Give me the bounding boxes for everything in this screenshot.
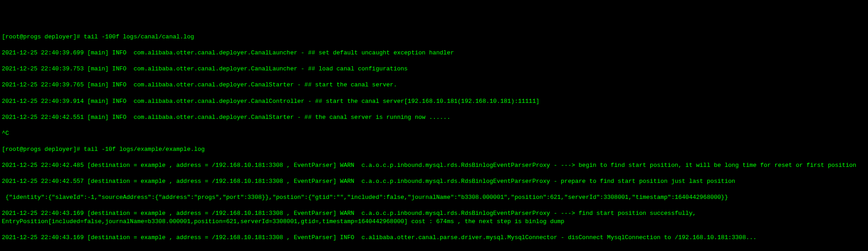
log-line: 2021-12-25 22:40:39.914 [main] INFO com.… bbox=[2, 97, 866, 106]
ctrl-c-interrupt: ^C bbox=[2, 129, 866, 138]
log-line: 2021-12-25 22:40:39.765 [main] INFO com.… bbox=[2, 81, 866, 89]
log-line: 2021-12-25 22:40:39.699 [main] INFO com.… bbox=[2, 49, 866, 57]
log-line: {"identity":{"slaveId":-1,"sourceAddress… bbox=[2, 193, 866, 202]
log-line: 2021-12-25 22:40:42.551 [main] INFO com.… bbox=[2, 113, 866, 122]
log-line: 2021-12-25 22:40:39.753 [main] INFO com.… bbox=[2, 65, 866, 73]
log-line: 2021-12-25 22:40:42.485 [destination = e… bbox=[2, 161, 866, 170]
log-line: 2021-12-25 22:40:43.169 [destination = e… bbox=[2, 234, 866, 242]
log-line: 2021-12-25 22:40:42.557 [destination = e… bbox=[2, 177, 866, 186]
shell-prompt-1: [root@progs deployer]# tail -100f logs/c… bbox=[2, 33, 866, 41]
log-line: 2021-12-25 22:40:43.169 [destination = e… bbox=[2, 209, 866, 225]
shell-prompt-2: [root@progs deployer]# tail -10f logs/ex… bbox=[2, 145, 866, 154]
